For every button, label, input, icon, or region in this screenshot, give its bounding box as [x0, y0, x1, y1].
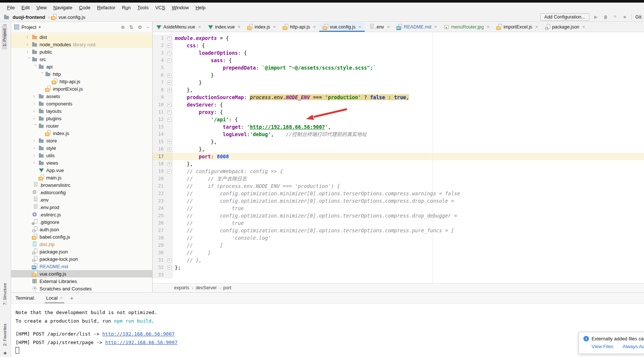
tree-item-vue.config.js[interactable]: ›vue.config.js	[11, 270, 152, 277]
tree-item-.gitignore[interactable]: ›.gitignore	[11, 218, 152, 226]
close-icon[interactable]: ×	[60, 296, 63, 301]
close-icon[interactable]: ×	[238, 24, 241, 30]
terminal-url-link[interactable]: http://192.168.66.56:9007	[105, 340, 178, 345]
collapse-all-icon[interactable]: ⇅	[129, 24, 133, 30]
tree-item-main.js[interactable]: ›main.js	[11, 174, 152, 181]
tree-item-node_modules[interactable]: ›node_moduleslibrary root	[11, 41, 152, 48]
menu-item-code[interactable]: Code	[76, 5, 94, 10]
editor-tab-AsideMenu.vue[interactable]: AsideMenu.vue×	[153, 22, 204, 32]
close-icon[interactable]: ×	[198, 24, 201, 30]
always-add-link[interactable]: Always Add	[623, 344, 644, 349]
chevron-icon[interactable]: ›	[40, 72, 45, 77]
tool-stripe-project[interactable]: 1: Project	[2, 26, 7, 50]
fold-marker[interactable]	[167, 160, 172, 168]
tree-item-.editorconfig[interactable]: ›.editorconfig	[11, 189, 152, 196]
editor-tab-README.md[interactable]: README.md×	[393, 22, 440, 32]
run-with-coverage-icon[interactable]: ↷	[612, 14, 618, 20]
close-icon[interactable]: ×	[273, 24, 276, 30]
breadcrumb-devServer[interactable]: devServer	[196, 285, 217, 290]
tree-item-views[interactable]: ›views	[11, 159, 152, 166]
debug-icon[interactable]	[603, 14, 609, 20]
chevron-icon[interactable]: ›	[27, 57, 32, 62]
favorites-star-icon[interactable]: ★	[3, 350, 7, 356]
tree-item-App.vue[interactable]: ›App.vue	[11, 166, 152, 174]
terminal-tab-local[interactable]: Local ×	[45, 293, 64, 303]
tree-item-public[interactable]: ›public	[11, 48, 152, 55]
editor-tab-.env[interactable]: .env×	[365, 22, 393, 32]
chevron-icon[interactable]: ›	[33, 116, 38, 121]
fold-marker[interactable]	[167, 42, 172, 49]
chevron-icon[interactable]: ›	[33, 108, 38, 114]
chevron-icon[interactable]: ›	[33, 124, 38, 129]
tree-item-router[interactable]: ›router	[11, 122, 152, 129]
tree-item-.browserslistrc[interactable]: ›.browserslistrc	[11, 181, 152, 189]
editor-tab-vue.config.js[interactable]: vue.config.js×	[319, 22, 365, 32]
close-icon[interactable]: ×	[434, 24, 437, 30]
tree-item-layouts[interactable]: ›layouts	[11, 107, 152, 115]
menu-item-window[interactable]: Window	[168, 5, 192, 10]
tree-item-api[interactable]: ›api	[11, 63, 152, 70]
tree-item-importExcel.js[interactable]: ›importExcel.js	[11, 85, 152, 92]
menu-item-navigate[interactable]: Navigate	[50, 5, 75, 10]
chevron-icon[interactable]: ›	[27, 34, 32, 40]
fold-marker[interactable]	[167, 101, 172, 108]
tree-item-components[interactable]: ›components	[11, 100, 152, 107]
tree-item-style[interactable]: ›style	[11, 144, 152, 152]
terminal-output[interactable]: Note that the development build is not o…	[11, 304, 644, 357]
tree-item-.eslintrc.js[interactable]: ›.eslintrc.js	[11, 211, 152, 218]
tree-item-plugins[interactable]: ›plugins	[11, 115, 152, 122]
view-files-link[interactable]: View Files	[592, 344, 613, 349]
tree-item-store[interactable]: ›store	[11, 137, 152, 144]
add-configuration-button[interactable]: Add Configuration...	[540, 13, 589, 21]
fold-marker[interactable]	[167, 116, 172, 123]
chevron-icon[interactable]: ›	[33, 153, 38, 158]
menu-item-refactor[interactable]: Refactor	[94, 5, 119, 10]
menu-item-vcs[interactable]: VCS	[152, 5, 168, 10]
close-icon[interactable]: ×	[387, 24, 390, 30]
tree-item-utils[interactable]: ›utils	[11, 152, 152, 159]
breadcrumb-file[interactable]: vue.config.js	[58, 14, 85, 20]
run-icon[interactable]: ▶	[593, 14, 599, 20]
chevron-icon[interactable]: ›	[33, 145, 38, 151]
git-branch-label[interactable]: Git:	[636, 14, 643, 20]
locate-icon[interactable]: ⊕	[121, 24, 125, 30]
tree-item-.env[interactable]: ›.env	[11, 196, 152, 203]
terminal-url-link[interactable]: http://192.168.66.56:9007	[102, 331, 175, 337]
tree-item-README.md[interactable]: ›README.md	[11, 263, 152, 270]
tree-item-Scratches and Consoles[interactable]: ›Scratches and Consoles	[11, 285, 152, 292]
editor-tab-importExcel.js[interactable]: importExcel.js×	[493, 22, 541, 32]
editor-tab-package.json[interactable]: package.json×	[541, 22, 588, 32]
fold-marker[interactable]	[167, 49, 172, 57]
fold-marker[interactable]	[167, 168, 172, 175]
tree-item-src[interactable]: ›src	[11, 55, 152, 63]
fold-marker[interactable]	[167, 145, 172, 153]
new-terminal-session-icon[interactable]: +	[70, 295, 74, 301]
tree-item-assets[interactable]: ›assets	[11, 92, 152, 100]
hide-panel-icon[interactable]: −	[146, 24, 149, 30]
breadcrumb-exports[interactable]: exports	[174, 285, 189, 290]
breadcrumb-port[interactable]: port	[223, 285, 231, 290]
menu-item-tools[interactable]: Tools	[134, 5, 152, 10]
fold-marker[interactable]	[167, 256, 172, 264]
fold-marker[interactable]	[167, 264, 172, 271]
editor-tab-index.js[interactable]: index.js×	[244, 22, 279, 32]
breadcrumb-project[interactable]: duoji-frontend	[13, 14, 45, 20]
tree-item-dist[interactable]: ›dist	[11, 33, 152, 41]
menu-item-edit[interactable]: Edit	[18, 5, 33, 10]
chevron-icon[interactable]: ›	[33, 94, 38, 99]
editor-tab-index.vue[interactable]: index.vue×	[204, 22, 244, 32]
fold-marker[interactable]	[167, 71, 172, 79]
fold-marker[interactable]	[167, 79, 172, 86]
close-icon[interactable]: ×	[582, 24, 585, 30]
code-editor[interactable]: 1module.exports = {2 css: {3 loaderOptio…	[153, 32, 644, 283]
tree-item-babel.config.js[interactable]: ›babel.config.js	[11, 233, 152, 240]
fold-marker[interactable]	[167, 138, 172, 145]
editor-tab-http-api.js[interactable]: http-api.js×	[279, 22, 319, 32]
tree-item-package.json[interactable]: ›package.json	[11, 248, 152, 255]
tree-item-auth.json[interactable]: ›auth.json	[11, 226, 152, 233]
close-icon[interactable]: ×	[487, 24, 490, 30]
chevron-icon[interactable]: ›	[33, 101, 38, 106]
tree-item-dist.zip[interactable]: ›dist.zip	[11, 240, 152, 248]
menu-item-file[interactable]: File	[4, 5, 18, 10]
fold-marker[interactable]	[167, 34, 172, 42]
